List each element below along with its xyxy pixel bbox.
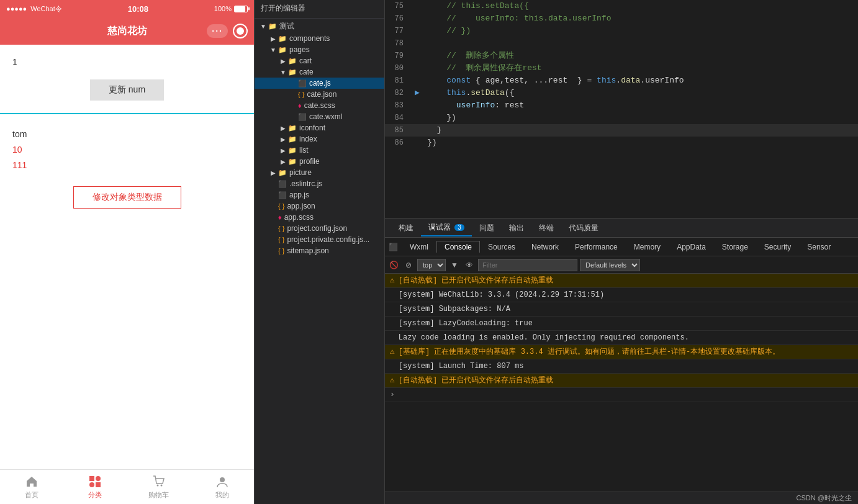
tab-profile[interactable]: 我的 xyxy=(191,470,254,504)
picture-arrow: ▶ xyxy=(268,169,278,176)
console-prompt-entry[interactable]: › xyxy=(385,388,858,402)
console-entry-6: ⚠ [基础库] 正在使用灰度中的基础库 3.3.4 进行调试。如有问题，请前往工… xyxy=(385,345,858,359)
folder-index[interactable]: ▶ 📁 index xyxy=(255,133,384,145)
line-num-76: 76 xyxy=(385,12,411,25)
file-sitemap[interactable]: { } sitemap.json xyxy=(255,245,384,256)
phone-top-section: 1 更新 num xyxy=(0,45,254,114)
folder-cart[interactable]: ▶ 📁 cart xyxy=(255,55,384,66)
console-context-select[interactable]: top xyxy=(417,259,446,271)
profile-label: profile xyxy=(299,157,320,166)
console-dropdown-icon[interactable]: ▼ xyxy=(448,259,461,271)
phone-bottom-section: tom 10 111 修改对象类型数据 xyxy=(0,114,254,469)
console-tab-sensor[interactable]: Sensor xyxy=(799,241,839,253)
status-left: ●●●●● WeChat令 xyxy=(6,4,62,14)
console-clear-btn[interactable]: 🚫 xyxy=(387,259,400,271)
console-stop-btn[interactable]: ⊘ xyxy=(402,259,415,271)
console-text-5: Lazy code loading is enabled. Only injec… xyxy=(399,332,853,343)
user-age-line: 10 xyxy=(12,142,242,158)
num-display: 1 xyxy=(12,57,242,67)
console-level-select[interactable]: Default levels xyxy=(580,259,640,271)
console-entry-2: ⚠ [system] WeChatLib: 3.3.4 (2024.2.29 1… xyxy=(385,288,858,302)
file-cate-scss[interactable]: ♦ cate.scss xyxy=(255,100,384,111)
folder-picture[interactable]: ▶ 📁 picture xyxy=(255,167,384,178)
line-content-76: // userInfo: this.data.userInfo xyxy=(423,12,858,25)
tab-home[interactable]: 首页 xyxy=(0,470,63,504)
info-icon-4: ⚠ xyxy=(390,318,395,329)
tab-cart[interactable]: 购物车 xyxy=(127,470,191,504)
folder-list[interactable]: ▶ 📁 list xyxy=(255,145,384,156)
file-app-scss[interactable]: ♦ app.scss xyxy=(255,212,384,223)
console-tab-security[interactable]: Security xyxy=(756,241,799,253)
prompt-icon: › xyxy=(390,389,395,400)
cate-wxml-label: cate.wxml xyxy=(309,112,342,121)
file-project-config[interactable]: { } project.config.json xyxy=(255,223,384,234)
file-cate-wxml[interactable]: ⬛ cate.wxml xyxy=(255,111,384,122)
code-line-84: 84 }) xyxy=(385,112,858,124)
console-tab-console[interactable]: Console xyxy=(436,241,480,253)
tab-output[interactable]: 输出 xyxy=(502,220,531,236)
console-tab-memory[interactable]: Memory xyxy=(626,241,669,253)
console-text-7: [system] Launch Time: 807 ms xyxy=(399,361,853,372)
tab-home-label: 首页 xyxy=(25,490,38,500)
modify-object-button[interactable]: 修改对象类型数据 xyxy=(73,186,181,209)
console-icon-sidebar[interactable]: ⬛ xyxy=(385,240,402,254)
tab-code-quality[interactable]: 代码质量 xyxy=(561,220,606,236)
tab-cart-label: 购物车 xyxy=(148,490,169,500)
console-eye-icon[interactable]: 👁 xyxy=(463,259,476,271)
folder-pages[interactable]: ▼ 📁 pages xyxy=(255,44,384,55)
tab-issues[interactable]: 问题 xyxy=(472,220,502,236)
project-label: 测试 xyxy=(279,21,294,32)
svg-rect-3 xyxy=(96,482,101,487)
user-name-line: tom xyxy=(12,127,242,142)
folder-cate[interactable]: ▼ 📁 cate xyxy=(255,66,384,78)
file-cate-json[interactable]: { } cate.json xyxy=(255,89,384,100)
console-tab-wxml[interactable]: Wxml xyxy=(402,241,436,253)
project-config-icon: { } xyxy=(278,225,284,232)
code-editor[interactable]: 75 // this.setData({ 76 // userInfo: thi… xyxy=(385,0,858,218)
console-filter-input[interactable] xyxy=(478,259,577,271)
console-text-3: [system] Subpackages: N/A xyxy=(399,304,853,315)
console-tab-sources[interactable]: Sources xyxy=(480,241,523,253)
eslintrc-label: .eslintrc.js xyxy=(289,179,322,188)
profile-folder-icon: 📁 xyxy=(288,158,297,166)
list-arrow: ▶ xyxy=(278,147,288,154)
record-button[interactable] xyxy=(233,24,248,38)
file-cate-js[interactable]: ⬛ cate.js xyxy=(255,78,384,89)
cart-label: cart xyxy=(299,56,312,65)
index-arrow: ▶ xyxy=(278,136,288,143)
more-button[interactable]: ··· xyxy=(207,24,228,38)
cart-icon xyxy=(152,475,166,488)
folder-iconfont[interactable]: ▶ 📁 iconfont xyxy=(255,122,384,133)
app-js-icon: ⬛ xyxy=(278,191,287,199)
phone-simulator: ●●●●● WeChat令 10:08 100% 慈尚花坊 ··· 1 更新 n… xyxy=(0,0,255,504)
folder-profile[interactable]: ▶ 📁 profile xyxy=(255,156,384,167)
cate-scss-label: cate.scss xyxy=(304,101,335,110)
tab-category[interactable]: 分类 xyxy=(63,470,127,504)
tab-debugger[interactable]: 调试器 3 xyxy=(421,220,472,236)
line-num-84: 84 xyxy=(385,112,411,124)
console-entry-4: ⚠ [system] LazyCodeLoading: true xyxy=(385,317,858,331)
file-project-private[interactable]: { } project.private.config.js... xyxy=(255,234,384,245)
tab-profile-label: 我的 xyxy=(215,490,229,500)
tab-build[interactable]: 构建 xyxy=(391,220,421,236)
file-app-json[interactable]: { } app.json xyxy=(255,200,384,212)
folder-components[interactable]: ▶ 📁 components xyxy=(255,33,384,44)
file-app-js[interactable]: ⬛ app.js xyxy=(255,189,384,200)
svg-rect-2 xyxy=(89,482,94,487)
cate-arrow: ▼ xyxy=(278,69,288,76)
code-line-82: 82 ▶ this.setData({ xyxy=(385,87,858,99)
console-tab-storage[interactable]: Storage xyxy=(714,241,756,253)
sitemap-icon: { } xyxy=(278,247,284,254)
tab-terminal[interactable]: 终端 xyxy=(531,220,561,236)
code-line-81: 81 const { age,test, ...rest } = this.da… xyxy=(385,74,858,87)
file-eslintrc[interactable]: ⬛ .eslintrc.js xyxy=(255,178,384,189)
console-tab-performance[interactable]: Performance xyxy=(567,241,626,253)
console-tab-appdata[interactable]: AppData xyxy=(669,241,714,253)
list-label: list xyxy=(299,146,309,155)
update-num-button[interactable]: 更新 num xyxy=(90,79,164,101)
picture-label: picture xyxy=(289,168,312,177)
project-private-label: project.private.config.js... xyxy=(287,235,369,244)
project-root[interactable]: ▼ 📁 测试 xyxy=(255,20,384,33)
line-content-80: // 剩余属性保存在rest xyxy=(423,62,858,74)
console-tab-network[interactable]: Network xyxy=(523,241,567,253)
